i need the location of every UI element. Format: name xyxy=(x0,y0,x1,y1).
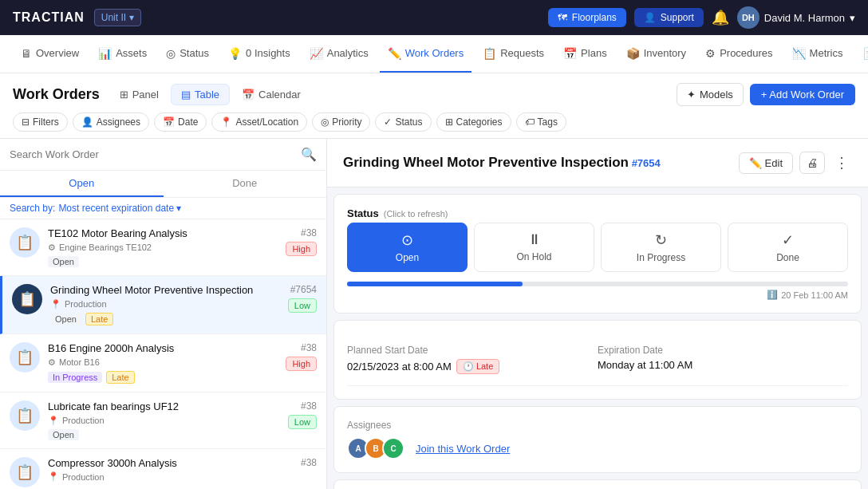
assignee-avatars: A B C xyxy=(347,437,404,459)
sort-value[interactable]: Most recent expiration date ▾ xyxy=(58,203,181,214)
reports-icon: 📄 xyxy=(862,47,869,60)
status-tab-open[interactable]: ⊙ Open xyxy=(347,223,468,272)
detail-title: Grinding Wheel Motor Preventive Inspecti… xyxy=(343,155,629,170)
filter-chip-assignees[interactable]: 👤 Assignees xyxy=(73,112,149,132)
nav-item-assets[interactable]: 📊 Assets xyxy=(90,35,155,73)
user-name: David M. Harmon xyxy=(764,12,845,24)
expiration-value: Monday at 11:00 AM xyxy=(598,359,848,371)
tab-done[interactable]: Done xyxy=(164,171,327,197)
filter-chip-asset-location[interactable]: 📍 Asset/Location xyxy=(211,112,307,132)
status-badge: In Progress xyxy=(48,372,102,383)
wo-item-body: TE102 Motor Bearing Analysis ⚙ Engine Be… xyxy=(48,227,278,267)
models-icon: ✦ xyxy=(687,89,696,101)
tab-panel[interactable]: ⊞ Panel xyxy=(109,84,169,105)
priority-badge: Low xyxy=(288,415,317,429)
info-icon: ℹ️ xyxy=(767,290,778,300)
nav-item-overview[interactable]: 🖥 Overview xyxy=(13,35,87,73)
nav-label-assets: Assets xyxy=(116,47,147,59)
list-item[interactable]: 📋 Grinding Wheel Motor Preventive Inspec… xyxy=(0,276,326,334)
more-button[interactable]: ⋮ xyxy=(831,152,852,173)
wo-item-tags: Open xyxy=(48,429,280,440)
done-icon: ✓ xyxy=(782,231,794,249)
list-item[interactable]: 📋 TE102 Motor Bearing Analysis ⚙ Engine … xyxy=(0,219,326,276)
page: Work Orders ⊞ Panel ▤ Table 📅 Calendar ✦ xyxy=(0,73,868,489)
wo-item-title: Compressor 3000h Analysis xyxy=(48,457,293,471)
assignees-row: A B C Join this Work Order xyxy=(347,437,848,459)
filter-bar: ⊟ Filters 👤 Assignees 📅 Date 📍 Asset/Loc… xyxy=(0,106,868,139)
support-icon: 👤 xyxy=(644,12,656,23)
search-input[interactable] xyxy=(10,148,294,160)
status-click-hint: (Click to refresh) xyxy=(384,209,448,219)
nav-item-workorders[interactable]: ✏️ Work Orders xyxy=(380,35,471,73)
progress-bar-bg xyxy=(347,282,848,286)
wo-item-location: 📍 Production xyxy=(48,471,293,482)
nav-item-plans[interactable]: 📅 Plans xyxy=(555,35,615,73)
nav-label-plans: Plans xyxy=(581,47,607,59)
location-icon: ⚙ xyxy=(48,243,56,253)
status-badge: Open xyxy=(48,256,79,267)
status-tab-done[interactable]: ✓ Done xyxy=(728,223,848,272)
add-workorder-button[interactable]: + Add Work Order xyxy=(750,84,855,105)
models-button[interactable]: ✦ Models xyxy=(677,83,744,106)
late-badge: 🕐 Late xyxy=(456,359,499,374)
filter-chip-date[interactable]: 📅 Date xyxy=(154,112,207,132)
join-workorder-link[interactable]: Join this Work Order xyxy=(416,443,510,455)
nav-label-inventory: Inventory xyxy=(644,47,686,59)
unit-selector[interactable]: Unit II ▾ xyxy=(94,9,141,26)
detail-header: Grinding Wheel Motor Preventive Inspecti… xyxy=(327,139,868,187)
filter-chip-status[interactable]: ✓ Status xyxy=(375,112,431,132)
nav-item-status[interactable]: ◎ Status xyxy=(158,35,217,73)
list-item[interactable]: 📋 B16 Engine 2000h Analysis ⚙ Motor B16 … xyxy=(0,334,326,392)
wo-item-icon: 📋 xyxy=(10,342,40,373)
late-badge: Late xyxy=(85,313,113,325)
wo-item-location: 📍 Production xyxy=(50,299,280,310)
status-tab-onhold[interactable]: ⏸ On Hold xyxy=(474,223,594,272)
edit-icon: ✏️ xyxy=(749,157,762,169)
nav-item-reports[interactable]: 📄 Reports xyxy=(854,35,869,73)
overview-icon: 🖥 xyxy=(21,47,32,60)
wo-number: #38 xyxy=(301,457,317,468)
print-button[interactable]: 🖨 xyxy=(799,152,825,174)
nav-label-requests: Requests xyxy=(500,47,544,59)
detail-title-area: Grinding Wheel Motor Preventive Inspecti… xyxy=(343,155,661,171)
nav-item-insights[interactable]: 💡 0 Insights xyxy=(220,35,298,73)
wo-item-icon: 📋 xyxy=(10,400,40,431)
wo-item-title: Lubricate fan bearings UF12 xyxy=(48,400,280,414)
metrics-icon: 📉 xyxy=(792,47,806,60)
wo-item-tags: Open xyxy=(48,256,278,267)
tab-table[interactable]: ▤ Table xyxy=(171,84,230,105)
filter-chip-tags[interactable]: 🏷 Tags xyxy=(516,112,566,132)
tab-open[interactable]: Open xyxy=(0,171,164,197)
filter-icon: ⊟ xyxy=(22,116,30,128)
wo-item-body: Compressor 3000h Analysis 📍 Production xyxy=(48,457,293,483)
status-tab-inprogress[interactable]: ↻ In Progress xyxy=(601,223,721,272)
priority-filter-icon: ◎ xyxy=(321,116,329,128)
filter-chip-categories[interactable]: ⊞ Categories xyxy=(436,112,511,132)
wo-item-right: #38 xyxy=(301,457,317,468)
support-button[interactable]: 👤 Support xyxy=(634,8,704,27)
filter-chip-filters[interactable]: ⊟ Filters xyxy=(13,112,68,132)
right-panel: Grinding Wheel Motor Preventive Inspecti… xyxy=(327,139,868,489)
notifications-icon[interactable]: 🔔 xyxy=(712,9,729,26)
wo-item-body: B16 Engine 2000h Analysis ⚙ Motor B16 In… xyxy=(48,342,278,384)
list-item[interactable]: 📋 Lubricate fan bearings UF12 📍 Producti… xyxy=(0,392,326,449)
wo-actions: ✦ Models + Add Work Order xyxy=(677,83,855,106)
top-bar-left: TRACTIAN Unit II ▾ xyxy=(13,9,141,26)
floorplans-button[interactable]: 🗺 Floorplans xyxy=(548,8,626,27)
tab-calendar[interactable]: 📅 Calendar xyxy=(231,84,311,105)
nav-item-requests[interactable]: 📋 Requests xyxy=(475,35,552,73)
nav-item-analytics[interactable]: 📈 Analytics xyxy=(302,35,377,73)
expiration-cell: Expiration Date Monday at 11:00 AM xyxy=(598,333,848,386)
nav-item-procedures[interactable]: ⚙ Procedures xyxy=(697,35,780,73)
filter-chip-priority[interactable]: ◎ Priority xyxy=(312,112,370,132)
search-bar: 🔍 xyxy=(0,139,326,171)
insights-icon: 💡 xyxy=(228,47,242,60)
edit-button[interactable]: ✏️ Edit xyxy=(739,152,793,174)
list-item[interactable]: 📋 Compressor 3000h Analysis 📍 Production… xyxy=(0,449,326,489)
assignees-filter-icon: 👤 xyxy=(81,116,93,128)
user-menu[interactable]: DH David M. Harmon ▾ xyxy=(737,6,855,29)
nav-item-metrics[interactable]: 📉 Metrics xyxy=(784,35,851,73)
wo-item-tags: In Progress Late xyxy=(48,371,278,384)
assets-icon: 📊 xyxy=(98,47,112,60)
nav-item-inventory[interactable]: 📦 Inventory xyxy=(618,35,694,73)
